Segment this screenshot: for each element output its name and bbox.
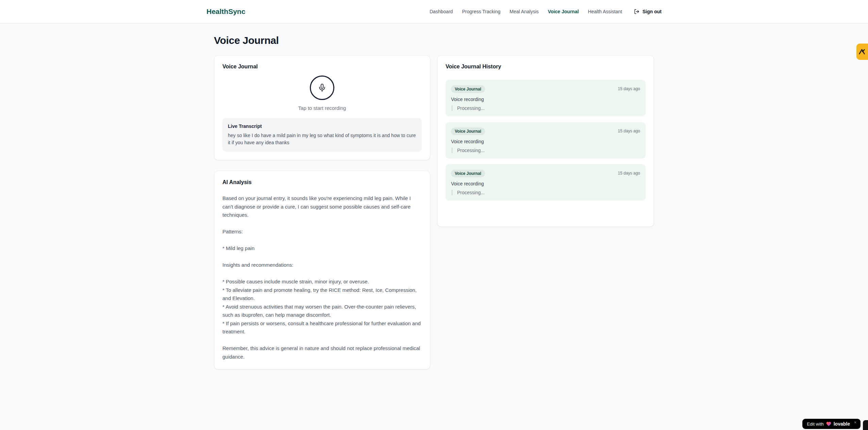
edit-with-lovable-badge[interactable]: Edit with lovable × (802, 419, 861, 429)
entry-type-badge: Voice Journal (451, 170, 485, 177)
sign-out-button[interactable]: Sign out (634, 9, 662, 14)
entry-title: Voice recording (451, 97, 640, 102)
nav-item-meal-analysis[interactable]: Meal Analysis (510, 9, 539, 14)
voice-journal-history-card: Voice Journal History Voice Journal 15 d… (437, 55, 654, 227)
entry-title: Voice recording (451, 181, 640, 186)
corner-widget-chip[interactable] (863, 420, 868, 430)
entry-title: Voice recording (451, 139, 640, 144)
top-navigation-bar: HealthSync Dashboard Progress Tracking M… (0, 0, 868, 23)
history-entries: Voice Journal 15 days ago Voice recordin… (446, 80, 646, 201)
live-transcript-title: Live Transcript (228, 123, 416, 129)
entry-processing-status: Processing... (452, 148, 640, 153)
recorder-card-title: Voice Journal (222, 64, 422, 70)
live-transcript-panel: Live Transcript hey so like I do have a … (222, 118, 422, 152)
tap-to-record-hint: Tap to start recording (298, 105, 346, 111)
close-icon[interactable]: × (854, 420, 856, 425)
entry-processing-status: Processing... (452, 105, 640, 111)
ai-analysis-card: AI Analysis Based on your journal entry,… (214, 171, 430, 369)
history-card-title: Voice Journal History (446, 64, 646, 70)
record-button[interactable] (310, 76, 334, 100)
lambda-icon (858, 48, 866, 55)
floating-brand-tab[interactable] (856, 44, 868, 60)
page-content: Voice Journal Voice Journal (214, 23, 654, 369)
main-nav: Dashboard Progress Tracking Meal Analysi… (430, 9, 662, 14)
entry-timestamp: 15 days ago (618, 86, 640, 91)
left-column: Voice Journal Tap to start recording (214, 55, 430, 369)
nav-item-voice-journal[interactable]: Voice Journal (548, 9, 579, 14)
app-logo[interactable]: HealthSync (206, 7, 245, 16)
voice-journal-recorder-card: Voice Journal Tap to start recording (214, 55, 430, 160)
page-title: Voice Journal (214, 35, 654, 46)
logout-icon (634, 9, 639, 14)
entry-timestamp: 15 days ago (618, 129, 640, 133)
entry-type-badge: Voice Journal (451, 128, 485, 135)
nav-item-progress-tracking[interactable]: Progress Tracking (462, 9, 500, 14)
nav-item-health-assistant[interactable]: Health Assistant (588, 9, 622, 14)
heart-icon (826, 421, 831, 426)
live-transcript-text: hey so like I do have a mild pain in my … (228, 132, 416, 146)
lovable-brand-label: lovable (834, 421, 850, 427)
nav-item-dashboard[interactable]: Dashboard (430, 9, 453, 14)
entry-timestamp: 15 days ago (618, 171, 640, 176)
history-entry[interactable]: Voice Journal 15 days ago Voice recordin… (446, 122, 646, 159)
entry-processing-status: Processing... (452, 190, 640, 195)
history-entry[interactable]: Voice Journal 15 days ago Voice recordin… (446, 164, 646, 201)
ai-analysis-body: Based on your journal entry, it sounds l… (222, 194, 422, 361)
entry-type-badge: Voice Journal (451, 85, 485, 93)
sign-out-label: Sign out (642, 9, 662, 14)
history-entry[interactable]: Voice Journal 15 days ago Voice recordin… (446, 80, 646, 116)
mic-icon (318, 83, 327, 92)
ai-analysis-title: AI Analysis (222, 179, 422, 185)
edit-with-label: Edit with (807, 421, 824, 427)
